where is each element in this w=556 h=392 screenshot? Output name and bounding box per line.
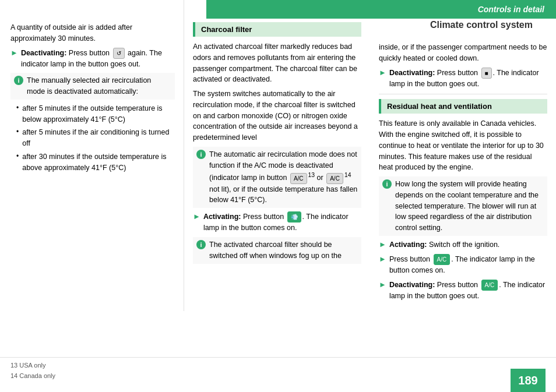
arrow-icon-deactivating: ► — [10, 48, 18, 57]
residual-heat-header: Residual heat and ventilation — [379, 99, 547, 114]
activating-right-item: ► Activating: Switch off the ignition. — [379, 239, 547, 250]
continuation-text: inside, or if the passenger compartment … — [379, 42, 547, 64]
arrow-icon-activating-r: ► — [379, 240, 386, 249]
footnote-14: 14 — [344, 172, 351, 178]
footer: 13 USA only 14 Canada only 189 — [0, 357, 556, 392]
deactivating-btn-icon: ■ — [481, 68, 492, 79]
charcoal-intro: An activated charcoal filter markedly re… — [193, 41, 361, 85]
info-heating-duration: i How long the system will provide heati… — [379, 176, 547, 236]
footnote-13-text: 13 USA only — [10, 361, 511, 371]
info-circle-icon-3: i — [196, 240, 206, 249]
bullet-list: • after 5 minutes if the outside tempera… — [16, 103, 175, 174]
ac-deactivate-btn-icon: A/C — [481, 280, 498, 291]
activating-text: Activating: Press button 💨. The indicato… — [203, 211, 361, 234]
bullet-text-3: after 30 minutes if the outside temperat… — [22, 151, 175, 174]
middle-column: Charcoal filter An activated charcoal fi… — [184, 0, 370, 311]
recirculation-button-icon: ↺ — [113, 48, 125, 59]
deactivating-right-text: Deactivating: Press button ■. The indica… — [389, 68, 547, 90]
ac-press-btn-icon: A/C — [434, 254, 451, 265]
header-title: Controls in detail — [478, 5, 544, 14]
left-column: A quantity of outside air is added after… — [0, 0, 184, 311]
bullet-text-1: after 5 minutes if the outside temperatu… — [22, 103, 175, 125]
header-bar: Controls in detail — [206, 0, 556, 19]
bullet-item-3: • after 30 minutes if the outside temper… — [16, 151, 175, 174]
ac-button-icon-13: A/C — [290, 173, 307, 184]
info-note2-text: The activated charcoal filter should be … — [209, 239, 358, 262]
bullet-item-1: • after 5 minutes if the outside tempera… — [16, 103, 175, 125]
info-note1-text: The automatic air recirculation mode doe… — [209, 149, 358, 206]
page-number: 189 — [511, 369, 546, 392]
info-note3-text: How long the system will provide heating… — [395, 179, 544, 234]
deactivating-right2-text: Deactivating: Press button A/C. The indi… — [389, 280, 547, 302]
activating-item: ► Activating: Press button 💨. The indica… — [193, 211, 361, 234]
main-content: A quantity of outside air is added after… — [0, 0, 556, 311]
deactivating-item: ► Deactivating: Press button ↺ again. Th… — [10, 48, 175, 70]
deactivating-right2-item: ► Deactivating: Press button A/C. The in… — [379, 280, 547, 302]
bullet-text-2: after 5 minutes if the air conditioning … — [22, 127, 175, 149]
press-button-item: ► Press button A/C. The indicator lamp i… — [379, 254, 547, 276]
deactivating-right-label: Deactivating: — [389, 69, 435, 77]
bullet-dot-3: • — [16, 152, 19, 160]
divider-1 — [379, 94, 547, 94]
auto-switch-text: The system switches automatically to the… — [193, 89, 361, 143]
ac-button-icon-14: A/C — [326, 173, 343, 184]
info-note-text: The manually selected air recirculation … — [27, 75, 171, 97]
activating-right-text: Activating: Switch off the ignition. — [389, 239, 499, 250]
activating-label: Activating: — [203, 213, 241, 221]
charcoal-filter-header: Charcoal filter — [193, 22, 361, 37]
bullet-dot-2: • — [16, 128, 19, 136]
arrow-icon-activating: ► — [193, 212, 200, 221]
bullet-dot-1: • — [16, 104, 19, 112]
info-circle-icon: i — [14, 76, 23, 85]
info-circle-icon-2: i — [196, 150, 206, 159]
arrow-icon-deactivating-r: ► — [379, 68, 386, 77]
deactivating-label: Deactivating: — [21, 49, 67, 57]
info-note-recirculation: i The manually selected air recirculatio… — [10, 73, 175, 100]
deactivating-text: Deactivating: Press button ↺ again. The … — [21, 48, 175, 70]
footnote-14-text: 14 Canada only — [10, 371, 511, 382]
info-auto-recirculation: i The automatic air recirculation mode d… — [193, 147, 361, 208]
residual-intro-text: This feature is only available in Canada… — [379, 118, 547, 173]
arrow-icon-deactivating-r2: ► — [379, 280, 386, 289]
deactivating-right2-label: Deactivating: — [389, 281, 435, 289]
right-column: Climate control system inside, or if the… — [370, 0, 556, 311]
arrow-icon-press: ► — [379, 255, 386, 263]
activating-right-label: Activating: — [389, 241, 427, 249]
bullet-item-2: • after 5 minutes if the air conditionin… — [16, 127, 175, 149]
footnotes: 13 USA only 14 Canada only — [10, 361, 511, 381]
intro-text: A quantity of outside air is added after… — [10, 22, 175, 44]
activating-right-body: Switch off the ignition. — [429, 241, 499, 249]
info-charcoal-fog: i The activated charcoal filter should b… — [193, 237, 361, 264]
info-circle-icon-4: i — [382, 179, 392, 189]
fan-button-icon: 💨 — [287, 211, 301, 223]
deactivating-right-item: ► Deactivating: Press button ■. The indi… — [379, 68, 547, 90]
press-button-text: Press button A/C. The indicator lamp in … — [389, 254, 547, 276]
footnote-13: 13 — [308, 172, 315, 178]
